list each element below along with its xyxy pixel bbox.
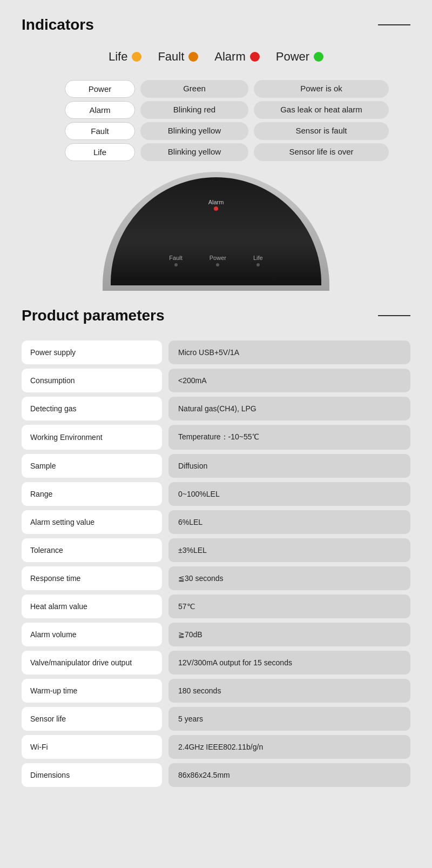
- legend-alarm-label: Alarm: [214, 50, 245, 64]
- device-outer-ring: Alarm Fault Power Life: [103, 172, 329, 291]
- device-power-label: Power: [210, 255, 226, 261]
- device-image: Alarm Fault Power Life: [22, 172, 410, 291]
- legend-power: Power: [276, 50, 323, 64]
- device-power-dot-icon: [216, 263, 219, 266]
- param-value-5: 0~100%LEL: [168, 482, 410, 506]
- param-row-12: Warm-up time 180 seconds: [22, 679, 410, 703]
- device-bottom-area: Fault Power Life: [169, 255, 262, 266]
- params-title-line: [378, 315, 410, 316]
- param-row-14: Wi-Fi 2.4GHz IEEE802.11b/g/n: [22, 735, 410, 759]
- indicators-header: Indicators: [22, 16, 410, 34]
- legend-row: Life Fault Alarm Power: [22, 50, 410, 64]
- legend-alarm: Alarm: [214, 50, 259, 64]
- device-alarm-area: Alarm: [208, 199, 224, 211]
- alarm-dot-icon: [250, 52, 260, 62]
- param-label-6: Alarm setting value: [22, 510, 162, 534]
- param-label-11: Valve/manipulator drive output: [22, 651, 162, 675]
- param-row-11: Valve/manipulator drive output 12V/300mA…: [22, 651, 410, 675]
- ind-label-life: Life: [65, 143, 135, 161]
- param-row-0: Power supply Micro USB+5V/1A: [22, 340, 410, 364]
- params-section: Product parameters Power supply Micro US…: [22, 307, 410, 787]
- power-dot-icon: [314, 52, 323, 62]
- param-label-3: Working Environment: [22, 425, 162, 450]
- legend-life-label: Life: [109, 50, 127, 64]
- param-label-5: Range: [22, 482, 162, 506]
- device-inner-body: Alarm Fault Power Life: [111, 177, 321, 285]
- param-row-3: Working Environment Temperature：-10~55℃: [22, 425, 410, 450]
- param-label-4: Sample: [22, 454, 162, 478]
- device-fault-item: Fault: [169, 255, 182, 266]
- param-label-1: Consumption: [22, 369, 162, 392]
- legend-fault-label: Fault: [158, 50, 184, 64]
- param-value-9: 57℃: [168, 595, 410, 618]
- param-label-12: Warm-up time: [22, 679, 162, 703]
- indicators-table: Power Green Power is ok Alarm Blinking r…: [65, 80, 383, 161]
- param-row-2: Detecting gas Natural gas(CH4), LPG: [22, 397, 410, 420]
- param-value-12: 180 seconds: [168, 679, 410, 703]
- ind-color-power: Green: [140, 80, 248, 98]
- param-label-0: Power supply: [22, 340, 162, 364]
- param-value-8: ≦30 seconds: [168, 566, 410, 590]
- device-life-label: Life: [253, 255, 263, 261]
- device-alarm-label: Alarm: [208, 199, 224, 205]
- param-label-9: Heat alarm value: [22, 595, 162, 618]
- param-row-1: Consumption <200mA: [22, 369, 410, 392]
- param-value-11: 12V/300mA output for 15 seconds: [168, 651, 410, 675]
- ind-label-alarm: Alarm: [65, 101, 135, 119]
- indicators-section: Indicators Life Fault Alarm Power: [22, 16, 410, 291]
- device-alarm-dot-icon: [214, 206, 218, 211]
- ind-color-life: Blinking yellow: [140, 143, 248, 161]
- params-title: Product parameters: [22, 307, 165, 324]
- device-fault-dot-icon: [174, 263, 178, 266]
- param-label-7: Tolerance: [22, 538, 162, 562]
- param-row-7: Tolerance ±3%LEL: [22, 538, 410, 562]
- ind-label-power: Power: [65, 80, 135, 98]
- param-row-9: Heat alarm value 57℃: [22, 595, 410, 618]
- param-value-4: Diffusion: [168, 454, 410, 478]
- param-label-10: Alarm volume: [22, 623, 162, 646]
- ind-color-fault: Blinking yellow: [140, 122, 248, 140]
- param-value-15: 86x86x24.5mm: [168, 763, 410, 787]
- param-row-4: Sample Diffusion: [22, 454, 410, 478]
- param-value-0: Micro USB+5V/1A: [168, 340, 410, 364]
- param-value-10: ≧70dB: [168, 623, 410, 646]
- device-life-item: Life: [253, 255, 263, 266]
- param-row-15: Dimensions 86x86x24.5mm: [22, 763, 410, 787]
- param-label-2: Detecting gas: [22, 397, 162, 420]
- param-row-8: Response time ≦30 seconds: [22, 566, 410, 590]
- param-row-13: Sensor life 5 years: [22, 707, 410, 731]
- param-label-13: Sensor life: [22, 707, 162, 731]
- device-life-dot-icon: [256, 263, 260, 266]
- param-value-6: 6%LEL: [168, 510, 410, 534]
- param-value-13: 5 years: [168, 707, 410, 731]
- device-power-item: Power: [210, 255, 226, 266]
- param-label-14: Wi-Fi: [22, 735, 162, 759]
- ind-meaning-power: Power is ok: [254, 80, 389, 98]
- life-dot-icon: [132, 52, 141, 62]
- params-header: Product parameters: [22, 307, 410, 324]
- ind-color-alarm: Blinking red: [140, 101, 248, 119]
- ind-label-fault: Fault: [65, 122, 135, 140]
- param-value-14: 2.4GHz IEEE802.11b/g/n: [168, 735, 410, 759]
- legend-power-label: Power: [276, 50, 309, 64]
- legend-life: Life: [109, 50, 141, 64]
- param-row-10: Alarm volume ≧70dB: [22, 623, 410, 646]
- device-fault-label: Fault: [169, 255, 182, 261]
- param-row-5: Range 0~100%LEL: [22, 482, 410, 506]
- param-value-3: Temperature：-10~55℃: [168, 425, 410, 450]
- indicators-title: Indicators: [22, 16, 94, 34]
- param-value-2: Natural gas(CH4), LPG: [168, 397, 410, 420]
- param-label-8: Response time: [22, 566, 162, 590]
- param-label-15: Dimensions: [22, 763, 162, 787]
- fault-dot-icon: [188, 52, 198, 62]
- ind-meaning-fault: Sensor is fault: [254, 122, 389, 140]
- ind-meaning-life: Sensor life is over: [254, 143, 389, 161]
- param-value-7: ±3%LEL: [168, 538, 410, 562]
- indicators-title-line: [378, 24, 410, 25]
- page: Indicators Life Fault Alarm Power: [0, 0, 432, 803]
- params-table: Power supply Micro USB+5V/1A Consumption…: [22, 340, 410, 787]
- param-value-1: <200mA: [168, 369, 410, 392]
- param-row-6: Alarm setting value 6%LEL: [22, 510, 410, 534]
- legend-fault: Fault: [158, 50, 198, 64]
- ind-meaning-alarm: Gas leak or heat alarm: [254, 101, 389, 119]
